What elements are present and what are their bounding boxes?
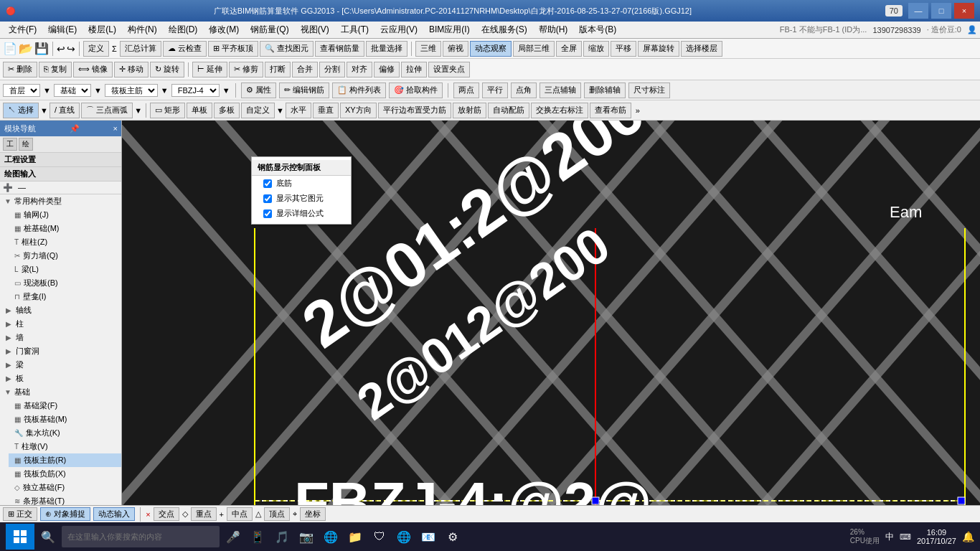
radial-btn[interactable]: 放射筋	[453, 103, 486, 118]
split-btn[interactable]: 分割	[319, 62, 345, 77]
taskbar-music-btn[interactable]: 🎵	[271, 524, 293, 550]
maximize-button[interactable]: □	[931, 3, 951, 19]
sidebar-group-column[interactable]: ▶ 柱	[0, 317, 121, 331]
sidebar-item-found-beam[interactable]: ▦ 基础梁(F)	[9, 399, 121, 413]
menu-online[interactable]: 在线服务(S)	[476, 22, 533, 37]
sidebar-group-common[interactable]: ▼ 常用构件类型 ▦ 轴网(J) ▦ 桩基础(M) T 框柱(Z) ✂	[0, 194, 121, 303]
sidebar-item-raft-main-rebar[interactable]: ▦ 筏板主筋(R)	[9, 453, 121, 467]
sfunc-eng-btn[interactable]: 工	[3, 138, 17, 151]
parallel-edge-btn[interactable]: 平行边布置受力筋	[378, 103, 451, 118]
coord-btn[interactable]: 坐标	[300, 507, 326, 521]
menu-tools[interactable]: 工具(T)	[335, 22, 374, 37]
pick-comp-btn[interactable]: 🎯 拾取构件	[389, 83, 443, 98]
sidebar-item-niche[interactable]: ⊓ 壁龛(I)	[9, 290, 121, 303]
line-btn[interactable]: / 直线	[50, 103, 80, 118]
pan-btn[interactable]: 平移	[611, 41, 636, 57]
toolbar-new-btn[interactable]: 📄	[3, 42, 17, 55]
sfunc-draw-btn[interactable]: 绘	[19, 138, 33, 151]
view-rebar-btn[interactable]: 查看钢筋量	[315, 41, 364, 57]
comp-list-btn[interactable]: 📋 构件列表	[332, 83, 386, 98]
cortana-btn[interactable]: 🔍	[37, 524, 59, 550]
floor-select[interactable]: 首层	[3, 84, 40, 97]
del-axis-btn[interactable]: 删除辅轴	[584, 83, 626, 98]
define-btn[interactable]: 定义	[83, 41, 109, 57]
edit-rebar-btn[interactable]: ✏ 编辑钢筋	[279, 83, 329, 98]
move-btn[interactable]: ✛ 移动	[114, 62, 149, 77]
menu-view[interactable]: 视图(V)	[295, 22, 335, 37]
intersect-btn[interactable]: 交点	[154, 507, 179, 521]
minus-icon[interactable]: —	[18, 183, 26, 192]
fbzj-select[interactable]: FBZJ-4	[171, 84, 220, 97]
select-floor-btn[interactable]: 选择楼层	[681, 41, 722, 57]
menu-help[interactable]: 帮助(H)	[533, 22, 574, 37]
midpoint-snap-btn[interactable]: 重点	[191, 507, 217, 521]
show-others-checkbox[interactable]	[263, 194, 272, 203]
taskbar-app2-btn[interactable]: 🌐	[393, 524, 415, 550]
dim-btn[interactable]: 尺寸标注	[628, 83, 670, 98]
batch-select-btn[interactable]: 批量选择	[366, 41, 407, 57]
menu-file[interactable]: 文件(F)	[3, 22, 42, 37]
vertex-btn[interactable]: 顶点	[264, 507, 290, 521]
offset-btn[interactable]: 偏修	[374, 62, 400, 77]
sidebar-eng-settings[interactable]: 工程设置	[0, 153, 121, 167]
menu-modify[interactable]: 修改(M)	[203, 22, 245, 37]
select-btn[interactable]: ↖ 选择	[3, 103, 39, 118]
menu-version[interactable]: 版本号(B)	[573, 22, 622, 37]
auto-config-btn[interactable]: 自动配筋	[488, 103, 529, 118]
lang-indicator[interactable]: 中	[885, 531, 894, 543]
calc-btn[interactable]: 汇总计算	[120, 41, 161, 57]
3d-btn[interactable]: 三维	[415, 41, 441, 57]
add-icon[interactable]: ➕	[3, 183, 13, 192]
sidebar-group-gridline[interactable]: ▶ 轴线	[0, 303, 121, 317]
merge-btn[interactable]: 合并	[292, 62, 318, 77]
swap-label-btn[interactable]: 交换左右标注	[531, 103, 588, 118]
property-btn[interactable]: ⚙ 属性	[241, 83, 276, 98]
sidebar-item-iso-found[interactable]: ◇ 独立基础(F)	[9, 481, 121, 494]
multi-slab-btn[interactable]: 多板	[214, 103, 240, 118]
stretch-btn[interactable]: 拉伸	[401, 62, 427, 77]
taskbar-file-btn[interactable]: 📁	[344, 524, 366, 550]
view-layout-btn[interactable]: 查看布筋	[590, 103, 631, 118]
mirror-btn[interactable]: ⟺ 镜像	[73, 62, 113, 77]
sidebar-item-frame-col[interactable]: T 框柱(Z)	[9, 235, 121, 249]
bottom-rebar-checkbox[interactable]	[263, 179, 272, 188]
cloud-check-btn[interactable]: ☁ 云检查	[163, 41, 207, 57]
sidebar-item-sump[interactable]: 🔧 集水坑(K)	[9, 426, 121, 440]
menu-floor[interactable]: 楼层(L)	[83, 22, 122, 37]
nav-close-btn[interactable]: ×	[113, 124, 118, 133]
close-button[interactable]: ×	[954, 3, 974, 19]
canvas-area[interactable]: 编修工具栏 不偏移 X= mm Y= mm 旋转 钢筋显示控制面板	[122, 121, 980, 505]
popup-item-bottom-rebar[interactable]: 底筋	[252, 176, 351, 191]
single-slab-btn[interactable]: 单板	[187, 103, 212, 118]
menu-draw[interactable]: 绘图(D)	[163, 22, 204, 37]
local-3d-btn[interactable]: 局部三维	[513, 41, 555, 57]
grip-btn[interactable]: 设置夹点	[428, 62, 470, 77]
align-btn[interactable]: 对齐	[347, 62, 372, 77]
nav-pin-btn[interactable]: 📌	[70, 124, 80, 133]
sidebar-item-axis[interactable]: ▦ 轴网(J)	[9, 208, 121, 222]
notification-btn[interactable]: 🔔	[962, 531, 974, 542]
sidebar-item-cast-slab[interactable]: ▭ 现浇板(B)	[9, 276, 121, 290]
find-elem-btn[interactable]: 🔍 查找图元	[260, 41, 314, 57]
break-btn[interactable]: 打断	[265, 62, 291, 77]
sidebar-item-strip-found[interactable]: ≋ 条形基础(T)	[9, 494, 121, 505]
copy-btn[interactable]: ⎘ 复制	[39, 62, 72, 77]
dyn-input-btn[interactable]: 动态输入	[93, 507, 135, 521]
sidebar-draw-input[interactable]: 绘图输入	[0, 167, 121, 182]
sidebar-group-wall[interactable]: ▶ 墙	[0, 331, 121, 344]
toolbar-undo-btn[interactable]: ↩	[57, 43, 65, 55]
rect-btn[interactable]: ▭ 矩形	[150, 103, 185, 118]
delete-btn[interactable]: ✂ 删除	[3, 62, 37, 77]
sidebar-group-foundation[interactable]: ▼ 基础 ▦ 基础梁(F) ▦ 筏板基础(M) 🔧 集水坑(K) T	[0, 385, 121, 505]
show-formula-checkbox[interactable]	[263, 209, 272, 218]
toolbar-redo-btn[interactable]: ↪	[67, 43, 75, 55]
fullscreen-btn[interactable]: 全屏	[556, 41, 582, 57]
taskbar-search[interactable]	[62, 526, 220, 547]
toolbar-open-btn[interactable]: 📂	[19, 42, 33, 55]
menu-bim[interactable]: BIM应用(I)	[423, 22, 476, 37]
obj-snap-btn[interactable]: ⊕ 对象捕捉	[40, 507, 90, 521]
sidebar-group-opening[interactable]: ▶ 门窗洞	[0, 344, 121, 358]
taskbar-apps-btn[interactable]: 📱	[247, 524, 268, 550]
three-axis-btn[interactable]: 三点辅轴	[540, 83, 581, 98]
parallel-btn[interactable]: 平行	[482, 83, 508, 98]
